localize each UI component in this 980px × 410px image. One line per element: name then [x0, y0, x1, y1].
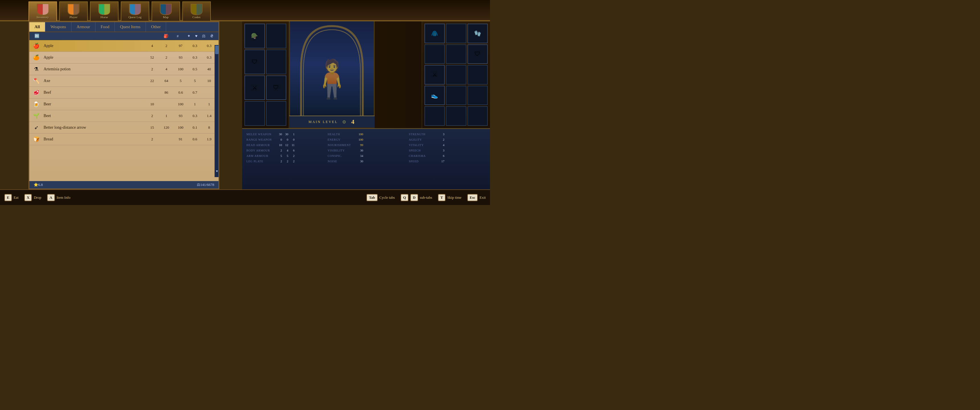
sort-icon[interactable]: 🔤 — [35, 33, 39, 38]
scroll-thumb[interactable] — [215, 46, 218, 54]
item-icon-2: ⚗ — [32, 65, 41, 74]
right-slot-11[interactable] — [468, 86, 488, 105]
attribute-stat-5: SPEED17 — [409, 159, 486, 163]
right-slot-3[interactable] — [425, 44, 445, 64]
left-slot-2[interactable]: 🛡 — [245, 49, 265, 74]
right-slot-4[interactable] — [446, 44, 466, 64]
item-icon-7: ➶ — [32, 123, 41, 132]
key-Q[interactable]: Q — [401, 194, 409, 201]
attribute-value-1: 2 — [439, 138, 444, 141]
key-Tab[interactable]: Tab — [366, 194, 377, 201]
filter-tab-quest_items[interactable]: Quest Items — [115, 22, 146, 32]
filter-tab-weapons[interactable]: Weapons — [45, 22, 72, 32]
attribute-value-0: 3 — [439, 132, 444, 136]
right-slot-6[interactable]: ⚔ — [425, 65, 445, 84]
left-slot-4[interactable]: ⚔ — [245, 75, 265, 100]
condition-stat-3: VISIBILITY36 — [328, 149, 404, 152]
combat-stat-v1-4: 5 — [276, 154, 282, 157]
key-A[interactable]: A — [47, 194, 55, 201]
inventory-item-0[interactable]: 🍎Apple42970.30.3 — [29, 40, 218, 52]
item-col-4-3: 0.7 — [188, 90, 202, 95]
nav-tab-label-inventory: Inventory — [37, 15, 49, 19]
item-icon-0: 🍎 — [32, 41, 41, 51]
item-col-7-0: 15 — [145, 125, 159, 130]
weight-display: 141/6678 — [200, 183, 214, 187]
key-D[interactable]: D — [410, 194, 418, 201]
combat-stat-v2-0: 30 — [283, 132, 288, 136]
right-slot-9[interactable]: 👟 — [425, 86, 445, 105]
item-name-0: Apple — [44, 44, 145, 48]
inventory-item-2[interactable]: ⚗Artemisia potion241000.540 — [29, 64, 218, 75]
filter-tab-all[interactable]: All — [29, 22, 45, 32]
combat-stat-1: RANGE WEAPON000 — [247, 138, 323, 141]
right-shortcut-label: sub-tabs — [420, 195, 432, 200]
scroll-arrow[interactable]: ▼ — [215, 169, 218, 173]
key-X[interactable]: X — [24, 194, 32, 201]
right-slot-2[interactable]: 🧤 — [468, 24, 488, 43]
shortcut-label-eat: Eat — [14, 195, 19, 200]
right-slot-12[interactable] — [425, 106, 445, 126]
attribute-stat-1: AGILITY2 — [409, 138, 486, 141]
right-slot-10[interactable] — [446, 86, 466, 105]
inventory-item-1[interactable]: 🍊Apple522930.30.3 — [29, 52, 218, 64]
filter-tab-food[interactable]: Food — [95, 22, 115, 32]
character-figure: 🧍 — [309, 57, 355, 101]
item-col-5-2: 100 — [173, 102, 188, 106]
nav-tab-horse[interactable]: Horse — [90, 2, 119, 21]
inventory-item-5[interactable]: 🍺Beer1010011 — [29, 99, 218, 110]
level-display: MAIN LEVEL ⚙ 4 — [289, 116, 375, 128]
inventory-item-7[interactable]: ➶Better long-distance arrow151201000.18 — [29, 122, 218, 133]
combat-stat-v3-1: 0 — [289, 138, 294, 141]
item-name-8: Bread — [44, 137, 145, 141]
nav-tab-quest_log[interactable]: Quest Log — [121, 2, 149, 21]
shortcut-eat: EEat — [4, 194, 19, 201]
combat-stat-4: ARM ARMOUR552 — [247, 154, 323, 157]
shortcut-label-drop: Drop — [33, 195, 41, 200]
item-col-7-3: 0.1 — [188, 125, 202, 130]
attribute-stat-2: VITALITY4 — [409, 143, 486, 147]
right-slot-8[interactable] — [468, 65, 488, 84]
right-slot-0[interactable]: 🧥 — [425, 24, 445, 43]
item-col-0-1: 2 — [159, 44, 173, 48]
inventory-item-8[interactable]: 🍞Bread2910.61.9 — [29, 133, 218, 145]
left-slot-7[interactable] — [266, 101, 286, 126]
quality-icon: ✦ — [187, 33, 191, 38]
left-slot-5[interactable]: 🛡 — [266, 75, 286, 100]
key-T[interactable]: T — [438, 194, 445, 201]
nav-tab-map[interactable]: Map — [151, 2, 180, 21]
weight-icon: ⚖ — [202, 33, 206, 38]
inventory-item-6[interactable]: 🌱Beet21930.31.4 — [29, 110, 218, 122]
attribute-label-4: CHARISMA — [409, 154, 439, 157]
condition-stat-label-1: ENERGY — [328, 138, 358, 141]
item-col-0-0: 4 — [145, 44, 159, 48]
key-E[interactable]: E — [4, 194, 12, 201]
nav-tab-inventory[interactable]: Inventory — [29, 2, 57, 21]
right-slot-5[interactable]: 🛡 — [468, 44, 488, 64]
level-star: ⚙ — [342, 119, 347, 125]
right-shortcut-sub-tabs: QDsub-tabs — [401, 194, 432, 201]
left-slot-6[interactable] — [245, 101, 265, 126]
filter-tab-armour[interactable]: Armour — [72, 22, 96, 32]
inventory-item-4[interactable]: 🥩Beef860.60.7 — [29, 87, 218, 99]
stack-icon: 🎒 — [164, 33, 169, 38]
right-slot-1[interactable] — [446, 24, 466, 43]
gold-amount: 6.8 — [38, 183, 43, 187]
filter-tab-other[interactable]: Other — [146, 22, 166, 32]
combat-stat-v3-4: 2 — [289, 154, 294, 157]
item-col-2-0: 2 — [145, 67, 159, 72]
right-slot-13[interactable] — [446, 106, 466, 126]
right-slot-14[interactable] — [468, 106, 488, 126]
nav-tab-player[interactable]: Player — [59, 2, 88, 21]
condition-stat-label-3: VISIBILITY — [328, 149, 358, 152]
nav-tab-label-map: Map — [163, 15, 169, 19]
left-slot-1[interactable] — [266, 24, 286, 48]
scrollbar[interactable]: ▼ — [215, 45, 218, 177]
key-Esc[interactable]: Esc — [467, 194, 478, 201]
left-slot-0[interactable]: 🪖 — [245, 24, 265, 48]
right-slot-7[interactable] — [446, 65, 466, 84]
item-icon-5: 🍺 — [32, 100, 41, 109]
left-slot-3[interactable] — [266, 49, 286, 74]
nav-tab-codex[interactable]: Codex — [182, 2, 211, 21]
inventory-item-3[interactable]: 🪓Axe22645510 — [29, 75, 218, 87]
right-shortcut-cycle-tabs: TabCycle tabs — [366, 194, 395, 201]
